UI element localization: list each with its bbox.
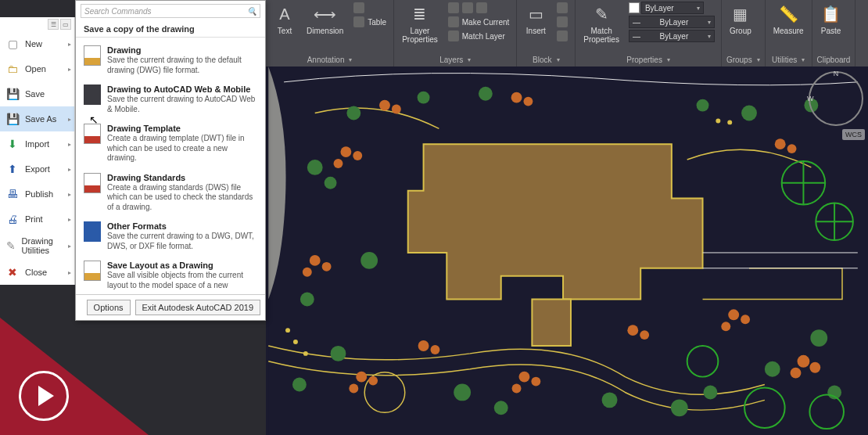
layer-properties-button[interactable]: ≣Layer Properties xyxy=(399,2,441,45)
edit-block-icon xyxy=(557,16,568,27)
open-icon: 🗀 xyxy=(5,61,20,77)
svg-point-45 xyxy=(512,384,522,394)
make-current-button[interactable]: Make Current xyxy=(446,16,512,28)
dws-icon xyxy=(84,173,101,193)
format-save-layout[interactable]: Save Layout as a DrawingSave all visible… xyxy=(76,256,265,294)
other-formats-icon xyxy=(84,221,101,242)
search-commands-input[interactable]: Search Commands🔍 xyxy=(81,4,260,18)
video-corner-overlay xyxy=(0,318,149,435)
menu-print[interactable]: 🖨Print▸ xyxy=(0,207,74,232)
leader-button[interactable] xyxy=(351,2,389,14)
save-icon: 💾 xyxy=(5,86,20,102)
measure-button[interactable]: 📏Measure xyxy=(770,2,807,37)
edit-block-button[interactable] xyxy=(554,16,570,28)
flyout-header: Save a copy of the drawing xyxy=(76,20,265,38)
text-icon: A xyxy=(274,3,296,25)
panel-block: ▭Insert Block xyxy=(517,0,576,67)
viewcube-north: N xyxy=(834,70,839,77)
menu-publish[interactable]: 🖶Publish▸ xyxy=(0,182,74,207)
web-mobile-icon xyxy=(84,84,101,105)
svg-point-56 xyxy=(523,97,533,106)
svg-point-7 xyxy=(300,293,314,307)
svg-point-34 xyxy=(334,159,343,168)
match-properties-icon: ✎ xyxy=(590,3,612,25)
text-button[interactable]: AText xyxy=(271,2,299,37)
panel-title-layers[interactable]: Layers xyxy=(399,52,511,67)
svg-point-51 xyxy=(775,138,786,149)
svg-point-49 xyxy=(741,315,750,324)
menu-import[interactable]: ⬇Import▸ xyxy=(0,131,74,156)
make-current-icon xyxy=(448,16,459,27)
svg-point-21 xyxy=(418,92,430,104)
exit-button[interactable]: Exit Autodesk AutoCAD 2019 xyxy=(135,300,260,315)
svg-point-18 xyxy=(741,106,757,121)
menu-save-as[interactable]: 💾Save As▸ xyxy=(0,106,74,131)
svg-point-16 xyxy=(810,329,827,347)
menu-export[interactable]: ⬆Export▸ xyxy=(0,156,74,182)
match-properties-button[interactable]: ✎Match Properties xyxy=(580,2,622,45)
import-icon: ⬇ xyxy=(5,136,20,152)
paste-button[interactable]: 📋Paste xyxy=(817,2,845,37)
layout-icon xyxy=(84,261,101,281)
menu-open[interactable]: 🗀Open▸ xyxy=(0,56,74,81)
format-drawing[interactable]: DrawingSave the current drawing to the d… xyxy=(76,41,265,80)
bulb-icon xyxy=(448,2,459,13)
svg-point-22 xyxy=(479,87,493,101)
format-web-mobile[interactable]: Drawing to AutoCAD Web & MobileSave the … xyxy=(76,80,265,119)
options-button[interactable]: Options xyxy=(87,300,131,315)
format-template[interactable]: Drawing TemplateCreate a drawing templat… xyxy=(76,119,265,168)
svg-point-4 xyxy=(325,177,337,189)
svg-point-13 xyxy=(671,399,688,416)
play-button[interactable] xyxy=(19,371,69,421)
format-standards[interactable]: Drawing StandardsCreate a drawing standa… xyxy=(76,168,265,218)
ribbon: AText ⟷Dimension Table Annotation ≣Layer… xyxy=(266,0,868,67)
open-docs-button[interactable]: ▭ xyxy=(60,19,71,30)
save-as-icon: 💾 xyxy=(5,111,20,127)
svg-point-63 xyxy=(716,118,720,123)
menu-drawing-utilities[interactable]: ✎Drawing Utilities▸ xyxy=(0,232,74,260)
linetype-control[interactable]: — ByLayer▾ xyxy=(627,30,716,42)
svg-point-33 xyxy=(353,151,362,160)
create-block-button[interactable] xyxy=(554,2,570,14)
svg-point-3 xyxy=(307,160,323,175)
match-layer-button[interactable]: Match Layer xyxy=(446,30,512,42)
panel-title-utilities[interactable]: Utilities xyxy=(770,52,807,67)
color-swatch xyxy=(629,2,640,13)
svg-point-41 xyxy=(418,340,429,351)
viewcube[interactable]: N W xyxy=(809,71,863,126)
panel-title-annotation[interactable]: Annotation xyxy=(271,52,389,67)
dimension-button[interactable]: ⟷Dimension xyxy=(303,2,346,37)
menu-close[interactable]: ✖Close▸ xyxy=(0,260,74,285)
group-button[interactable]: ▦Group xyxy=(726,2,755,37)
export-icon: ⬆ xyxy=(5,161,20,177)
svg-point-9 xyxy=(292,378,307,392)
panel-title-groups[interactable]: Groups xyxy=(726,52,760,67)
svg-point-32 xyxy=(340,146,351,157)
format-other[interactable]: Other FormatsSave the current drawing to… xyxy=(76,217,265,256)
flyout-body: DrawingSave the current drawing to the d… xyxy=(76,38,265,294)
dwt-icon xyxy=(84,124,101,144)
svg-point-64 xyxy=(727,120,732,124)
panel-title-clipboard: Clipboard xyxy=(817,52,851,67)
svg-point-8 xyxy=(331,346,346,361)
panel-title-block[interactable]: Block xyxy=(522,52,570,67)
layer-off-button[interactable] xyxy=(446,2,512,14)
color-control[interactable]: ByLayer▾ xyxy=(627,2,716,14)
insert-button[interactable]: ▭Insert xyxy=(522,2,550,37)
svg-point-54 xyxy=(392,105,401,114)
drawing-canvas[interactable]: N W WCS xyxy=(266,67,868,435)
search-icon: 🔍 xyxy=(247,7,256,16)
menu-new[interactable]: ▢New▸ xyxy=(0,31,74,56)
edit-attr-button[interactable] xyxy=(554,30,570,42)
lineweight-control[interactable]: — ByLayer▾ xyxy=(627,16,716,28)
table-button[interactable]: Table xyxy=(351,16,389,28)
menu-save[interactable]: 💾Save xyxy=(0,81,74,106)
svg-point-61 xyxy=(293,340,298,344)
svg-point-60 xyxy=(285,328,290,333)
recent-docs-button[interactable]: ☰ xyxy=(48,19,59,30)
svg-point-14 xyxy=(704,386,718,400)
panel-title-properties[interactable]: Properties xyxy=(580,52,716,67)
wcs-badge[interactable]: WCS xyxy=(842,129,865,140)
create-block-icon xyxy=(557,2,568,13)
svg-point-53 xyxy=(379,100,390,111)
